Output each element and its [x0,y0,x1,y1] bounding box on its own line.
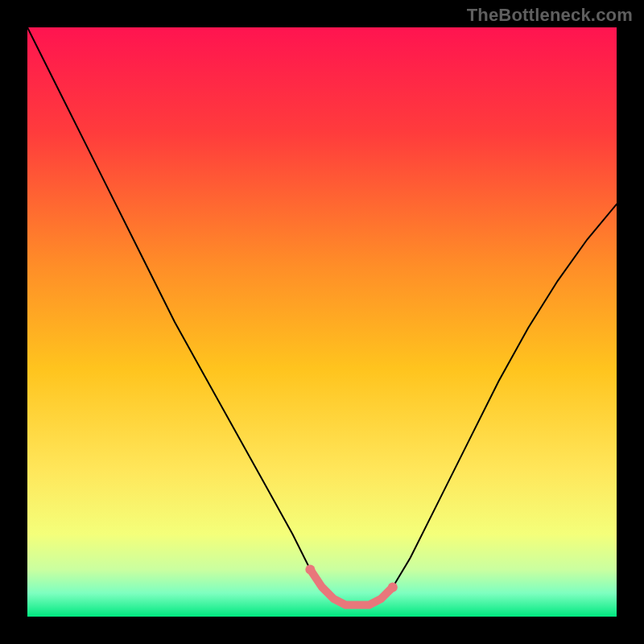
highlight-segment [310,569,392,605]
chart-frame: TheBottleneck.com [0,0,644,644]
watermark-text: TheBottleneck.com [467,5,633,26]
curve-layer [27,27,617,617]
bottleneck-curve [27,27,617,605]
highlight-right-dot [388,582,398,592]
plot-area [27,27,617,617]
highlight-left-dot [305,564,315,574]
